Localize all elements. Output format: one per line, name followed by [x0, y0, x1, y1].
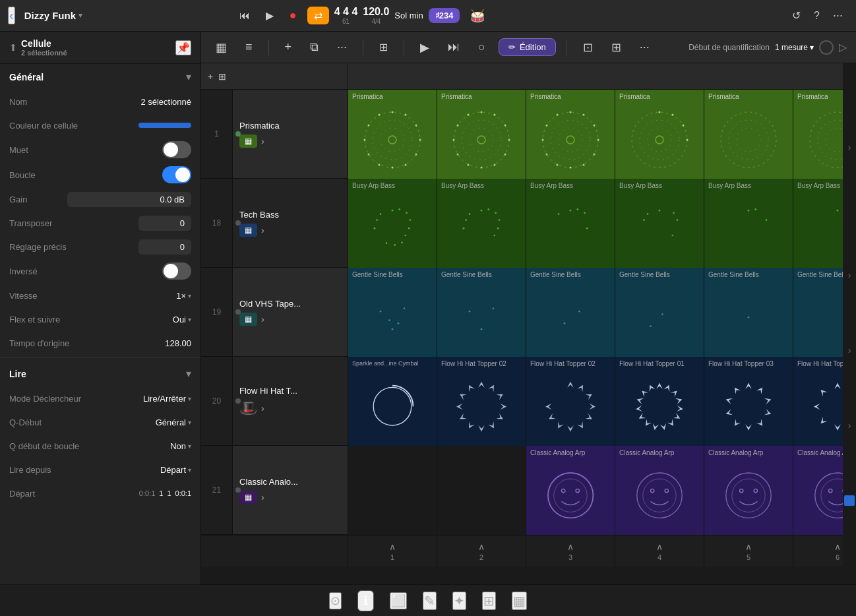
add-clip-button[interactable]: + — [280, 38, 297, 57]
quantize-circle-button[interactable] — [819, 40, 834, 55]
track-expand-arrow-5[interactable]: › — [261, 492, 264, 503]
track-hihat[interactable]: Flow Hi Hat T... 🎩 › — [233, 357, 348, 445]
arrange-button[interactable]: ⊞ — [374, 38, 393, 56]
bottom-icon-eq[interactable]: ⊞ — [482, 592, 496, 610]
capture-button[interactable]: ⊡ — [578, 38, 598, 57]
prop-lire-depuis[interactable]: Lire depuis Départ ▾ — [0, 458, 200, 481]
clip-analog-3[interactable]: Classic Analog Arp — [704, 446, 793, 535]
gain-input[interactable] — [67, 192, 191, 207]
help-button[interactable]: ? — [809, 6, 825, 25]
general-section-header[interactable]: Général ▾ — [0, 64, 200, 90]
transpose-input[interactable] — [138, 216, 191, 231]
track-expand-arrow-4[interactable]: › — [261, 403, 264, 414]
more-clip-button[interactable]: ··· — [332, 38, 352, 57]
project-name[interactable]: Dizzy Funk ▾ — [24, 10, 82, 21]
clip-arpbass-5[interactable]: Busy Arp Bass — [704, 179, 793, 268]
record-button[interactable]: ● — [284, 6, 302, 25]
copy-clip-button[interactable]: ⧉ — [305, 38, 324, 57]
more-right-button[interactable]: ··· — [634, 38, 655, 57]
clip-prismatica-1[interactable]: Prismatica — [348, 90, 437, 179]
clip-sine-2[interactable]: Gentle Sine Bells — [437, 268, 526, 357]
track-expand-arrow-2[interactable]: › — [261, 225, 264, 235]
clip-prismatica-5[interactable]: Prismatica — [704, 90, 793, 179]
scroll-right-row4[interactable]: › — [848, 420, 851, 431]
trigger-mode[interactable]: Lire/Arrêter ▾ — [143, 394, 191, 404]
clip-sine-6[interactable]: Gentle Sine Bells — [793, 268, 843, 357]
play-from-control[interactable]: Départ ▾ — [160, 465, 191, 475]
clip-sine-5[interactable]: Gentle Sine Bells — [704, 268, 793, 357]
clip-prismatica-4[interactable]: Prismatica — [615, 90, 704, 179]
col-num-1[interactable]: ∧ 1 — [348, 536, 437, 567]
quantize-arrow-button[interactable]: ▷ — [839, 41, 847, 53]
clip-sine-1[interactable]: Gentle Sine Bells — [348, 268, 437, 357]
track-prismatica[interactable]: Prismatica ▦ › — [233, 90, 348, 178]
clip-arpbass-4[interactable]: Busy Arp Bass — [615, 179, 704, 268]
pin-button[interactable]: 📌 — [175, 40, 191, 55]
track-vhs[interactable]: Old VHS Tape... ▦ › — [233, 268, 348, 356]
scroll-right-row2[interactable]: › — [848, 270, 851, 280]
prop-vitesse[interactable]: Vitesse 1× ▾ — [0, 284, 200, 307]
track-techbass[interactable]: Tech Bass ▦ › — [233, 179, 348, 267]
prop-q-debut[interactable]: Q-Début Général ▾ — [0, 410, 200, 434]
mute-toggle[interactable] — [162, 141, 191, 158]
clip-hihat-01[interactable]: Flow Hi Hat Topper 01 — [615, 357, 704, 446]
history-button[interactable]: ↺ — [787, 6, 806, 25]
clip-hihat-03[interactable]: Flow Hi Hat Topper 03 — [704, 357, 793, 446]
loop-button[interactable]: ⇄ — [307, 7, 329, 24]
track-expand-arrow[interactable]: › — [261, 136, 264, 146]
list-view-button[interactable]: ≡ — [240, 38, 258, 57]
prop-mode-declencheur[interactable]: Mode Déclencheur Lire/Arrêter ▾ — [0, 386, 200, 410]
clip-hihat-02-2[interactable]: Flow Hi Hat Topper 02 — [526, 357, 615, 446]
clip-analog-4[interactable]: Classic Analog Arp — [793, 446, 843, 535]
col-num-2[interactable]: ∧ 2 — [437, 536, 526, 567]
track-expand-arrow-3[interactable]: › — [261, 314, 264, 324]
col-num-6[interactable]: ∧ 6 — [793, 536, 843, 567]
quantize-value[interactable]: 1 mesure ▾ — [775, 43, 814, 52]
speed-control[interactable]: 1× ▾ — [176, 291, 191, 301]
clip-arpbass-3[interactable]: Busy Arp Bass — [526, 179, 615, 268]
bottom-icon-2[interactable]: ℹ — [357, 590, 374, 611]
clip-cymbal-1[interactable]: Sparkle and...ine Cymbal — [348, 357, 437, 446]
clip-sine-4[interactable]: Gentle Sine Bells — [615, 268, 704, 357]
play-all-button[interactable]: ▶ — [415, 38, 435, 57]
scene-badge[interactable]: ♯234 — [429, 8, 460, 23]
clip-arpbass-2[interactable]: Busy Arp Bass — [437, 179, 526, 268]
col-num-3[interactable]: ∧ 3 — [526, 536, 615, 567]
clip-sine-3[interactable]: Gentle Sine Bells — [526, 268, 615, 357]
bottom-icon-3[interactable]: ⬜ — [390, 592, 407, 609]
bottom-icon-bars[interactable]: ▦ — [512, 592, 527, 610]
clipboard-button[interactable]: ⊞ — [606, 38, 627, 57]
scroll-right-row1[interactable]: › — [848, 142, 851, 152]
clip-hihat-partial[interactable]: Flow Hi Hat Toppe — [793, 357, 843, 446]
loop-toggle[interactable] — [162, 166, 191, 183]
q-loop-start-control[interactable]: Non ▾ — [170, 441, 191, 451]
play-section-header[interactable]: Lire ▾ — [0, 361, 200, 386]
prev-button[interactable]: ⏮ — [234, 7, 255, 24]
flex-control[interactable]: Oui ▾ — [173, 315, 191, 324]
more-top-button[interactable]: ··· — [828, 6, 848, 25]
col-num-5[interactable]: ∧ 5 — [704, 536, 793, 567]
clip-empty-2[interactable] — [437, 446, 526, 535]
drum-button[interactable]: 🥁 — [465, 6, 490, 26]
fine-tune-input[interactable] — [138, 239, 191, 255]
track-classic[interactable]: Classic Analo... ▦ › — [233, 446, 348, 534]
clip-hihat-02-1[interactable]: Flow Hi Hat Topper 02 — [437, 357, 526, 446]
reverse-toggle[interactable] — [162, 262, 191, 280]
clip-empty-1[interactable] — [348, 446, 437, 535]
clip-arpbass-6[interactable]: Busy Arp Bass — [793, 179, 843, 268]
clip-analog-2[interactable]: Classic Analog Arp — [615, 446, 704, 535]
prop-flex[interactable]: Flex et suivre Oui ▾ — [0, 307, 200, 331]
clip-analog-1[interactable]: Classic Analog Arp — [526, 446, 615, 535]
edition-button[interactable]: ✏ Édition — [499, 38, 556, 56]
grid-view-button[interactable]: ▦ — [210, 38, 232, 57]
track-add-button[interactable]: + — [208, 71, 213, 82]
q-start-control[interactable]: Général ▾ — [156, 417, 191, 427]
clip-prismatica-2[interactable]: Prismatica — [437, 90, 526, 179]
play-button[interactable]: ▶ — [260, 7, 279, 24]
clip-arpbass-1[interactable]: Busy Arp Bass — [348, 179, 437, 268]
prop-q-debut-boucle[interactable]: Q début de boucle Non ▾ — [0, 434, 200, 458]
color-swatch[interactable] — [138, 123, 191, 128]
clip-prismatica-6[interactable]: Prismatica — [793, 90, 843, 179]
prop-couleur[interactable]: Couleur de cellule — [0, 113, 200, 137]
scroll-right-row3[interactable]: › — [848, 345, 851, 355]
